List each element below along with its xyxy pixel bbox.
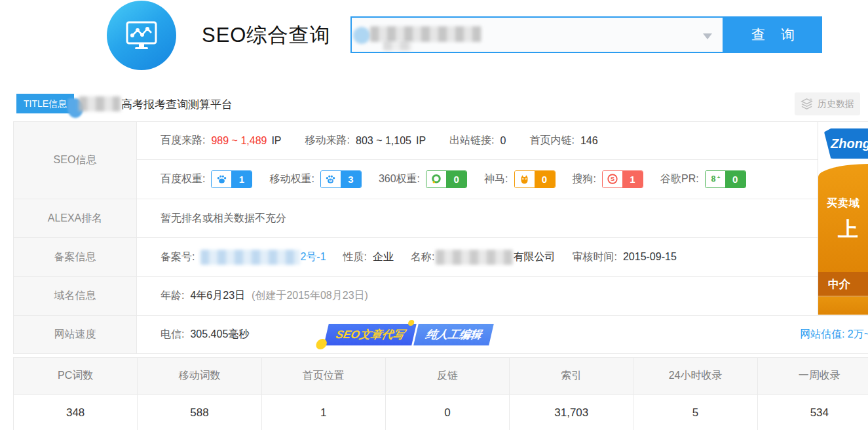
mobile-weight-badge[interactable]: M 3 xyxy=(320,170,362,188)
ad-line2: 上 xyxy=(818,216,868,243)
table-row-alexa: ALEXA排名 暂无排名或相关数据不充分 xyxy=(14,199,868,238)
gplus-icon: 8 + xyxy=(706,171,725,187)
baidu-traffic-unit: IP xyxy=(271,135,281,147)
baidu-weight: 百度权重: 1 xyxy=(160,170,252,188)
sogou-weight-badge[interactable]: S 1 xyxy=(602,170,643,188)
layers-icon xyxy=(801,98,813,110)
shenma-weight-badge[interactable]: 0 xyxy=(514,170,556,188)
redacted-query-text xyxy=(370,26,481,42)
so360-weight-label: 360权重: xyxy=(379,172,420,186)
table-row-seo: SEO信息 百度来路: 989 ~ 1,489 IP 移动来路: 803 ~ 1… xyxy=(14,122,868,199)
domain-broker-ad[interactable]: Zhong 买卖域 上 中介 xyxy=(818,122,868,315)
icp-audit-label: 审核时间: xyxy=(572,250,616,264)
stats-value-backlinks: 0 xyxy=(385,395,509,430)
ad-line3-strip: 中介 xyxy=(818,272,868,297)
360-ring-icon xyxy=(426,171,446,187)
zhong-shield-logo: Zhong xyxy=(824,128,868,159)
icp-number-link[interactable]: 2号-1 xyxy=(300,250,326,264)
stats-header-24h-included: 24小时收录 xyxy=(633,358,757,394)
sogou-weight-value: 1 xyxy=(622,171,643,187)
stats-value-24h-included: 5 xyxy=(633,395,757,430)
mobile-traffic-value: 803 ~ 1,105 xyxy=(356,135,411,147)
title-info-badge: TITLE信息 xyxy=(16,94,74,113)
monitor-chart-icon xyxy=(121,14,162,56)
stats-value-index: 31,703 xyxy=(509,395,633,430)
stats-header-backlinks: 反链 xyxy=(385,358,509,394)
outbound-links-value: 0 xyxy=(500,135,506,147)
outbound-links-label: 出站链接: xyxy=(449,134,494,147)
row-label-domain: 域名信息 xyxy=(14,277,137,315)
table-row-speed: 网站速度 电信: 305.405毫秒 SEO文章代写 纯人工编辑 网站估值: 2… xyxy=(14,316,868,353)
icp-name-label: 名称: xyxy=(411,250,434,264)
history-data-button[interactable]: 历史数据 xyxy=(795,92,860,115)
seo-traffic-line: 百度来路: 989 ~ 1,489 IP 移动来路: 803 ~ 1,105 I… xyxy=(137,122,868,160)
shenma-owl-icon xyxy=(515,171,535,187)
stats-header-home-position: 首页位置 xyxy=(261,358,385,394)
mobile-weight-label: 移动权重: xyxy=(269,172,314,186)
stats-value-home-position: 1 xyxy=(261,395,385,430)
domain-age-value: 4年6月23日 xyxy=(190,289,245,303)
mobile-weight: 移动权重: M 3 xyxy=(269,170,361,188)
stats-value-pc-words: 348 xyxy=(14,395,137,430)
ad-logo-text: Zhong xyxy=(831,136,868,151)
seo-info-table: SEO信息 百度来路: 989 ~ 1,489 IP 移动来路: 803 ~ 1… xyxy=(13,121,868,354)
baidu-weight-badge[interactable]: 1 xyxy=(211,170,252,188)
ad-header: Zhong xyxy=(818,122,868,164)
baidu-weight-label: 百度权重: xyxy=(160,172,205,186)
home-links-label: 首页内链: xyxy=(529,134,574,147)
valuation-label[interactable]: 网站估值: xyxy=(800,328,844,340)
ad-tail xyxy=(818,297,868,315)
stats-header-index: 索引 xyxy=(509,358,633,394)
stats-value-mobile-words: 588 xyxy=(137,395,261,430)
seo-writing-ad[interactable]: SEO文章代写 纯人工编辑 xyxy=(324,324,494,345)
redacted-favicon xyxy=(353,27,370,44)
search-input[interactable] xyxy=(350,16,724,53)
google-pr-label: 谷歌PR: xyxy=(660,172,699,186)
query-button[interactable]: 查 询 xyxy=(724,16,822,53)
google-pr-badge[interactable]: 8 + 0 xyxy=(705,170,746,188)
ad-line1: 买卖域 xyxy=(818,197,868,210)
google-pr-value: 0 xyxy=(725,171,745,187)
row-label-seo: SEO信息 xyxy=(14,122,137,199)
domain-age-label: 年龄: xyxy=(160,289,184,303)
stats-header-mobile-words: 移动词数 xyxy=(137,358,261,394)
stats-header-week-included: 一周收录 xyxy=(757,358,868,394)
home-links-value: 146 xyxy=(580,135,598,147)
page-title: SEO综合查询 xyxy=(202,22,330,49)
so360-weight-badge[interactable]: 0 xyxy=(426,170,467,188)
stats-values-row: 348 588 1 0 31,703 5 534 xyxy=(14,395,868,430)
ad-text-left: SEO文章代写 xyxy=(324,324,417,345)
row-label-speed: 网站速度 xyxy=(14,316,137,353)
row-label-icp: 备案信息 xyxy=(14,238,137,276)
baidu-traffic-label: 百度来路: xyxy=(160,134,205,147)
redacted-company-name xyxy=(436,250,513,265)
so360-weight-value: 0 xyxy=(446,171,466,187)
keyword-stats-table: PC词数 移动词数 首页位置 反链 索引 24小时收录 一周收录 348 588… xyxy=(13,357,868,430)
ad-dot-decoration xyxy=(315,339,328,349)
telecom-label: 电信: xyxy=(160,328,184,342)
shenma-weight-value: 0 xyxy=(535,171,555,187)
sogou-s-icon: S xyxy=(603,171,622,187)
svg-text:+: + xyxy=(717,174,721,180)
alexa-content: 暂无排名或相关数据不充分 xyxy=(160,212,286,225)
chevron-down-icon[interactable] xyxy=(703,33,712,39)
sogou-weight-label: 搜狗: xyxy=(573,172,596,186)
search-bar: 查 询 xyxy=(350,16,822,53)
stats-header-pc-words: PC词数 xyxy=(14,358,137,394)
valuation-value[interactable]: 2万~3 xyxy=(848,328,868,340)
seo-weights-line: 百度权重: 1 移动权重: xyxy=(137,160,868,198)
site-valuation-link[interactable]: 网站估值: 2万~3 xyxy=(800,328,868,342)
table-row-domain: 域名信息 年龄: 4年6月23日 (创建于2015年08月23日) xyxy=(14,277,868,316)
baidu-weight-value: 1 xyxy=(231,171,252,187)
svg-text:S: S xyxy=(611,175,615,182)
mobile-traffic-unit: IP xyxy=(416,135,426,147)
mobile-weight-value: 3 xyxy=(341,171,361,187)
svg-text:M: M xyxy=(330,179,333,183)
ad-line3: 中介 xyxy=(828,278,850,290)
redacted-query-text xyxy=(383,41,412,50)
mobile-traffic-label: 移动来路: xyxy=(305,134,350,147)
so360-weight: 360权重: 0 xyxy=(379,170,467,188)
history-data-label: 历史数据 xyxy=(818,98,854,110)
icp-nature-label: 性质: xyxy=(343,250,367,264)
icp-number-label: 备案号: xyxy=(160,250,195,264)
